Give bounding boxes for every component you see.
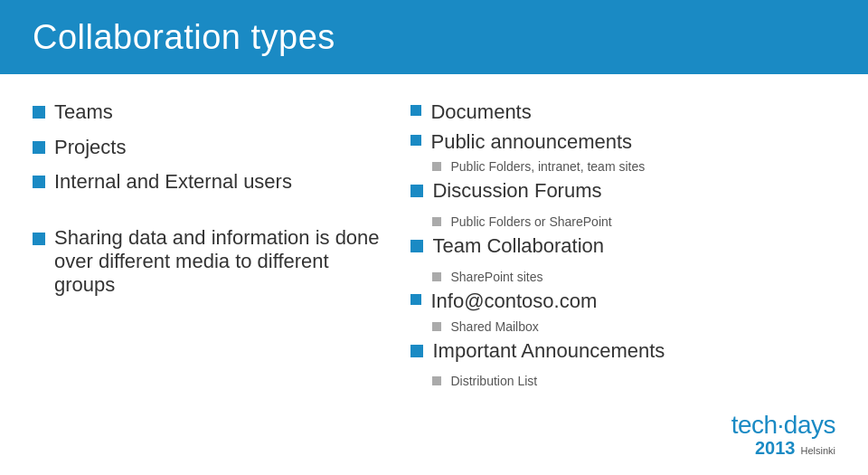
bullet-icon <box>33 233 45 245</box>
bullet-icon <box>410 240 423 252</box>
bullet-icon <box>33 176 45 188</box>
list-item: Teams <box>33 100 383 126</box>
right-bullet-list: Documents Public announcements Public Fo… <box>410 100 835 390</box>
bullet-icon <box>432 272 441 281</box>
bullet-icon <box>410 345 423 357</box>
slide: Collaboration types Teams Projects Inter… <box>0 0 868 475</box>
bullet-icon <box>432 217 441 226</box>
techdays-brand: tech·days <box>731 413 835 438</box>
sub-list-item: Public Folders, intranet, team sites <box>432 158 835 175</box>
multiline-list-item: Sharing data and information is done ove… <box>33 226 383 297</box>
bullet-icon <box>432 376 441 385</box>
list-item: Discussion Forums Public Folders or Shar… <box>410 178 835 230</box>
list-item: Documents <box>410 100 835 126</box>
bullet-icon <box>432 162 441 171</box>
slide-title: Collaboration types <box>33 18 335 57</box>
list-item: Important Announcements Distribution Lis… <box>410 338 835 390</box>
list-item: Internal and External users <box>33 169 383 195</box>
bullet-icon <box>410 135 421 146</box>
bullet-icon <box>410 185 423 197</box>
techdays-year-city: 2013 Helsinki <box>755 438 835 459</box>
header: Collaboration types <box>0 0 868 74</box>
list-item: Team Collaboration SharePoint sites <box>410 233 835 285</box>
list-item: Projects <box>33 135 383 161</box>
sub-list-item: SharePoint sites <box>432 269 835 285</box>
sub-list-item: Public Folders or SharePoint <box>432 214 835 230</box>
bullet-icon <box>33 106 45 119</box>
bullet-icon <box>432 322 441 331</box>
bullet-icon <box>410 294 421 305</box>
left-bullet-list: Teams Projects Internal and External use… <box>33 100 383 195</box>
right-column: Documents Public announcements Public Fo… <box>401 100 835 457</box>
left-column: Teams Projects Internal and External use… <box>33 100 401 457</box>
bullet-icon <box>33 141 45 154</box>
sub-list-item: Distribution List <box>432 373 835 389</box>
techdays-logo: tech·days 2013 Helsinki <box>731 413 835 459</box>
bullet-icon <box>410 105 421 116</box>
list-item: Info@contoso.com Shared Mailbox <box>410 289 835 335</box>
list-item: Public announcements Public Folders, int… <box>410 129 835 176</box>
sub-list-item: Shared Mailbox <box>432 318 835 335</box>
